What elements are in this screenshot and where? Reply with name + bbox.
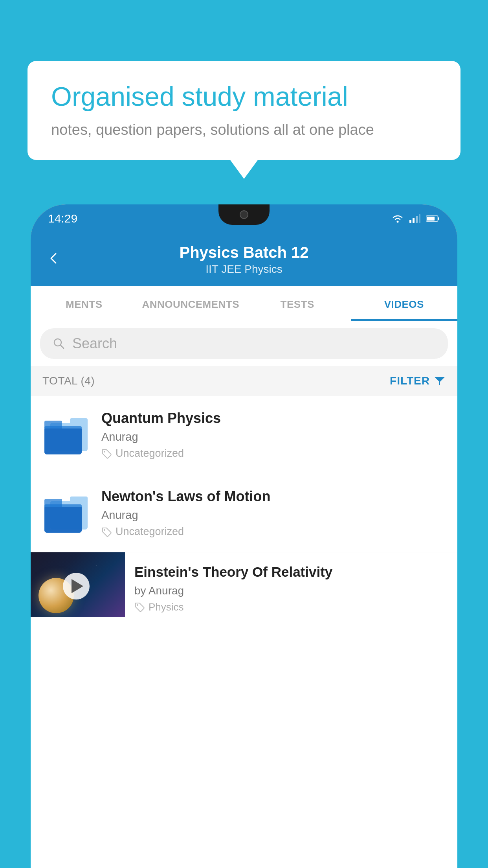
newton-info: Newton's Laws of Motion Anurag Uncategor… bbox=[101, 488, 446, 538]
signal-icon bbox=[409, 214, 420, 223]
video-list: Quantum Physics Anurag Uncategorized bbox=[31, 396, 457, 621]
quantum-info: Quantum Physics Anurag Uncategorized bbox=[101, 410, 446, 460]
quantum-title: Quantum Physics bbox=[101, 410, 446, 427]
speech-bubble: Organised study material notes, question… bbox=[28, 61, 460, 160]
notch bbox=[218, 204, 270, 225]
einstein-title: Einstein's Theory Of Relativity bbox=[134, 563, 448, 581]
filter-button[interactable]: FILTER bbox=[390, 375, 446, 387]
app-header: Physics Batch 12 IIT JEE Physics bbox=[31, 233, 457, 286]
header-title: Physics Batch 12 bbox=[72, 244, 416, 261]
svg-point-11 bbox=[104, 529, 105, 531]
list-item[interactable]: Quantum Physics Anurag Uncategorized bbox=[31, 396, 457, 474]
einstein-thumbnail bbox=[31, 552, 125, 617]
newton-tag: Uncategorized bbox=[101, 526, 446, 538]
newton-author: Anurag bbox=[101, 509, 446, 522]
newton-title: Newton's Laws of Motion bbox=[101, 488, 446, 505]
tabs-bar: MENTS ANNOUNCEMENTS TESTS VIDEOS bbox=[31, 286, 457, 321]
svg-line-9 bbox=[61, 345, 64, 348]
svg-point-12 bbox=[137, 604, 138, 606]
phone-frame: 14:29 bbox=[31, 204, 457, 868]
status-icons bbox=[391, 214, 440, 223]
tag-icon bbox=[101, 449, 112, 459]
back-button[interactable] bbox=[46, 250, 61, 269]
svg-rect-6 bbox=[438, 217, 439, 220]
camera-notch bbox=[240, 210, 248, 219]
quantum-folder-icon bbox=[42, 410, 90, 457]
quantum-tag: Uncategorized bbox=[101, 447, 446, 460]
wifi-icon bbox=[391, 214, 404, 223]
newton-folder-icon bbox=[42, 488, 90, 535]
search-icon bbox=[52, 337, 66, 351]
tag-icon bbox=[134, 602, 145, 612]
list-item[interactable]: Einstein's Theory Of Relativity by Anura… bbox=[31, 552, 457, 621]
einstein-tag: Physics bbox=[134, 601, 448, 613]
tab-videos[interactable]: VIDEOS bbox=[351, 286, 458, 321]
status-bar: 14:29 bbox=[31, 204, 457, 233]
filter-icon bbox=[434, 375, 446, 386]
phone-screen: 14:29 bbox=[31, 204, 457, 868]
svg-rect-7 bbox=[427, 217, 435, 221]
tab-announcements[interactable]: ANNOUNCEMENTS bbox=[138, 286, 244, 321]
bubble-title: Organised study material bbox=[51, 81, 437, 113]
svg-rect-4 bbox=[419, 214, 420, 223]
einstein-info: Einstein's Theory Of Relativity by Anura… bbox=[125, 552, 457, 621]
bubble-subtitle: notes, question papers, solutions all at… bbox=[51, 121, 437, 138]
svg-rect-2 bbox=[413, 218, 415, 223]
tab-tests[interactable]: TESTS bbox=[244, 286, 351, 321]
search-bar[interactable]: Search bbox=[40, 328, 448, 359]
total-count: TOTAL (4) bbox=[42, 375, 95, 387]
svg-point-0 bbox=[397, 221, 399, 223]
search-placeholder: Search bbox=[72, 335, 117, 352]
svg-point-10 bbox=[104, 451, 105, 452]
quantum-author: Anurag bbox=[101, 430, 446, 443]
speech-bubble-container: Organised study material notes, question… bbox=[28, 61, 460, 160]
tab-ments[interactable]: MENTS bbox=[31, 286, 138, 321]
status-time: 14:29 bbox=[48, 212, 77, 225]
list-item[interactable]: Newton's Laws of Motion Anurag Uncategor… bbox=[31, 474, 457, 552]
play-button[interactable] bbox=[63, 573, 90, 600]
header-subtitle: IIT JEE Physics bbox=[72, 263, 416, 276]
filter-row: TOTAL (4) FILTER bbox=[31, 366, 457, 396]
header-title-group: Physics Batch 12 IIT JEE Physics bbox=[72, 244, 416, 276]
search-bar-wrapper: Search bbox=[31, 321, 457, 366]
svg-rect-3 bbox=[416, 216, 418, 223]
einstein-author: by Anurag bbox=[134, 585, 448, 597]
tag-icon bbox=[101, 527, 112, 537]
svg-rect-1 bbox=[409, 220, 411, 223]
battery-icon bbox=[426, 215, 440, 222]
